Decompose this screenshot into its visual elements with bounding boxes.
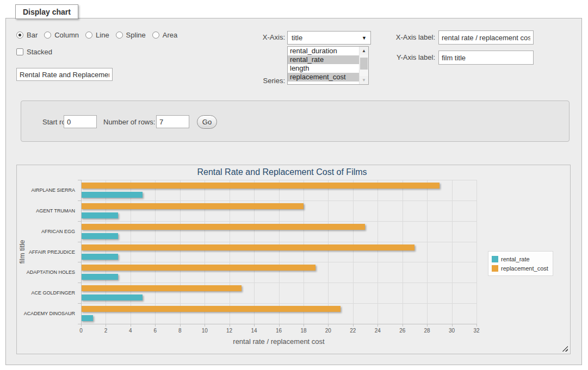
series-option-replacement_cost[interactable]: replacement_cost (288, 73, 359, 81)
gridline-horizontal (81, 242, 476, 242)
scroll-down-icon[interactable]: ▼ (360, 76, 368, 84)
x-axis-tick (304, 324, 304, 327)
gridline-horizontal (81, 200, 476, 201)
x-axis-tick (81, 324, 82, 327)
chart-type-radio-group: BarColumnLineSplineArea (16, 31, 181, 39)
x-tick-label: 10 (197, 328, 212, 334)
number-of-rows-label: Number of rows: (103, 118, 155, 126)
x-axis-tick (427, 324, 428, 327)
gridline-horizontal (81, 221, 476, 222)
radio-label-column: Column (54, 31, 79, 39)
y-axis-tick (78, 283, 81, 283)
scrollbar-thumb[interactable] (360, 58, 368, 70)
x-tick-label: 26 (395, 328, 410, 334)
x-axis-label-input[interactable] (438, 30, 534, 45)
gridline-vertical (230, 180, 230, 324)
bar-replacement_cost (81, 265, 315, 271)
legend-label: replacement_cost (501, 265, 548, 272)
x-tick-label: 2 (98, 328, 113, 334)
chart-container: Rental Rate and Replacement Cost of Film… (16, 165, 571, 354)
radio-bar[interactable] (16, 32, 23, 39)
bar-replacement_cost (81, 306, 341, 312)
category-label: AFRICAN EGG (17, 229, 78, 234)
x-tick-label: 30 (445, 328, 459, 334)
radio-label-spline: Spline (126, 31, 146, 39)
radio-label-bar: Bar (27, 31, 38, 39)
x-axis-select[interactable]: title ▼ (287, 31, 371, 45)
category-label: AFFAIR PREJUDICE (17, 249, 78, 255)
x-axis-selected-value: title (292, 34, 362, 42)
stacked-checkbox[interactable] (16, 48, 23, 55)
x-tick-label: 28 (420, 328, 434, 334)
bar-replacement_cost (81, 183, 440, 189)
x-tick-label: 20 (321, 328, 335, 334)
x-tick-label: 14 (247, 328, 261, 334)
bar-rental_rate (81, 294, 143, 300)
gridline-vertical (155, 180, 156, 324)
legend-item-rental_rate[interactable]: rental_rate (492, 254, 548, 264)
gridline-vertical (106, 180, 106, 324)
x-tick-label: 16 (272, 328, 286, 334)
x-tick-label: 18 (296, 328, 311, 334)
series-select-label: Series: (231, 77, 285, 85)
x-axis-tick (403, 324, 403, 327)
radio-area[interactable] (152, 32, 159, 39)
radio-line[interactable] (85, 32, 92, 39)
legend-swatch-replacement_cost (492, 265, 498, 272)
radio-column[interactable] (44, 32, 51, 39)
bar-replacement_cost (81, 244, 414, 250)
x-axis-tick (452, 324, 453, 327)
series-multiselect: rental_durationrental_ratelengthreplacem… (287, 46, 369, 85)
stacked-label: Stacked (27, 48, 52, 56)
bar-rental_rate (81, 315, 93, 321)
radio-spline[interactable] (116, 32, 123, 39)
legend-swatch-rental_rate (492, 256, 498, 262)
gridline-horizontal (81, 283, 476, 283)
y-axis-label-caption: Y-Axis label: (381, 53, 435, 61)
gridline-vertical (205, 180, 205, 324)
x-axis-label-caption: X-Axis label: (381, 33, 435, 41)
radio-label-line: Line (96, 31, 109, 39)
gridline-vertical (180, 180, 181, 324)
x-axis-tick (106, 324, 106, 327)
y-axis-tick (78, 324, 81, 324)
scroll-up-icon[interactable]: ▲ (360, 47, 368, 55)
x-axis-tick (353, 324, 354, 327)
gridline-vertical (452, 180, 453, 324)
bar-replacement_cost (81, 203, 304, 209)
go-button[interactable]: Go (197, 115, 217, 129)
category-label: AGENT TRUMAN (17, 208, 78, 214)
gridline-vertical (353, 180, 354, 324)
x-axis-select-label: X-Axis: (231, 33, 285, 41)
y-axis-tick (78, 242, 81, 242)
gridline-vertical (254, 180, 255, 324)
series-scrollbar[interactable]: ▲ ▼ (359, 47, 368, 84)
number-of-rows-input[interactable] (156, 115, 189, 128)
x-axis-tick (377, 324, 378, 327)
gridline-vertical (476, 180, 477, 324)
x-tick-label: 6 (148, 328, 162, 334)
x-axis-tick (254, 324, 255, 327)
category-label: ADAPTATION HOLES (17, 269, 78, 275)
chart-title-input[interactable] (16, 68, 113, 81)
y-axis-tick (78, 303, 81, 304)
y-axis-label-input[interactable] (438, 51, 534, 65)
start-row-input[interactable] (64, 115, 97, 128)
series-option-rental_rate[interactable]: rental_rate (288, 55, 359, 64)
gridline-vertical (304, 180, 304, 324)
bar-rental_rate (81, 192, 143, 198)
series-option-length[interactable]: length (288, 64, 359, 73)
bar-replacement_cost (81, 224, 365, 230)
chart-legend: rental_ratereplacement_cost (488, 251, 553, 276)
legend-item-replacement_cost[interactable]: replacement_cost (492, 264, 548, 273)
y-axis-tick (78, 200, 81, 201)
resize-handle-icon[interactable] (562, 346, 568, 352)
x-tick-label: 0 (74, 328, 88, 334)
x-axis-tick (131, 324, 131, 327)
gridline-vertical (328, 180, 329, 324)
series-option-rental_duration[interactable]: rental_duration (288, 47, 359, 55)
x-tick-label: 4 (123, 328, 138, 334)
category-label: AIRPLANE SIERRA (17, 187, 78, 193)
bar-rental_rate (81, 212, 118, 218)
chart-title: Rental Rate and Replacement Cost of Film… (17, 167, 547, 177)
